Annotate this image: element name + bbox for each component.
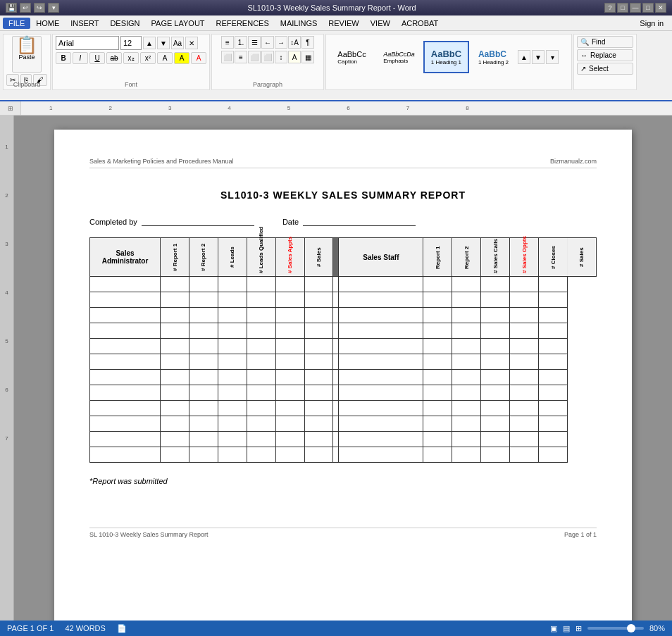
menu-references[interactable]: REFERENCES [211, 18, 275, 29]
increase-indent-button[interactable]: → [275, 36, 287, 49]
align-center-button[interactable]: ≡ [235, 51, 247, 63]
table-row[interactable] [90, 401, 597, 416]
style-heading1[interactable]: AaBbC 1 Heading 1 [423, 41, 469, 73]
zoom-thumb[interactable] [627, 624, 635, 625]
text-color-button[interactable]: A [157, 52, 173, 64]
shading-button[interactable]: A [288, 51, 301, 63]
bullets-button[interactable]: ≡ [221, 36, 234, 49]
table-row[interactable] [90, 277, 597, 292]
paste-button[interactable]: 📋 Paste [12, 36, 42, 73]
styles-scroll-up[interactable]: ▲ [518, 50, 530, 64]
word-count: 42 WORDS [65, 624, 105, 625]
styles-scroll-down[interactable]: ▼ [532, 50, 545, 64]
col-closes: # Closes [539, 238, 568, 277]
view-icon-print[interactable]: ▣ [550, 624, 557, 625]
table-row[interactable] [90, 292, 597, 308]
more-icon[interactable]: ▾ [48, 3, 59, 13]
minimize-icon[interactable]: — [630, 3, 641, 13]
font-name-input[interactable] [56, 36, 119, 50]
quick-save-icon[interactable]: 💾 [6, 3, 17, 13]
style-caption[interactable]: AaBbCc Caption [329, 41, 375, 73]
table-row[interactable] [90, 447, 597, 463]
bold-button[interactable]: B [56, 52, 71, 64]
vertical-ruler: 1234567 [0, 116, 14, 625]
close-icon[interactable]: ✕ [655, 3, 666, 13]
menu-mailings[interactable]: MAILINGS [275, 18, 323, 29]
ribbon: 📋 Paste ✂ ⎘ 🖌 Clipboard ▲ [0, 31, 672, 101]
align-right-button[interactable]: ⬜ [248, 51, 261, 63]
page-footer: SL 1010-3 Weekly Sales Summary Report Pa… [89, 528, 597, 538]
align-left-button[interactable]: ⬜ [221, 51, 234, 63]
replace-button[interactable]: ↔Replace [577, 49, 633, 61]
decrease-font-button[interactable]: ▼ [157, 37, 170, 49]
style-heading2[interactable]: AaBbC 1 Heading 2 [471, 41, 516, 73]
table-row[interactable] [90, 354, 597, 370]
ribbon-collapse-icon[interactable]: □ [617, 3, 628, 13]
word-count-icon[interactable]: 📄 [117, 624, 127, 625]
decrease-indent-button[interactable]: ← [261, 36, 274, 49]
menu-review[interactable]: REVIEW [323, 18, 364, 29]
view-icon-web[interactable]: ⊞ [575, 624, 582, 625]
menu-design[interactable]: DESIGN [104, 18, 145, 29]
completed-by-underline[interactable] [142, 215, 254, 226]
sort-button[interactable]: ↕A [288, 36, 301, 49]
table-row[interactable] [90, 308, 597, 323]
paragraph-label: Paragraph [212, 81, 323, 88]
signin-link[interactable]: Sign in [634, 18, 669, 29]
clear-all-button[interactable]: ✕ [185, 37, 198, 49]
show-formatting-button[interactable]: ¶ [301, 36, 314, 49]
underline-button[interactable]: U [89, 52, 105, 64]
menu-pagelayout[interactable]: PAGE LAYOUT [146, 18, 211, 29]
table-row[interactable] [90, 339, 597, 354]
menu-view[interactable]: VIEW [365, 18, 396, 29]
table-row[interactable] [90, 416, 597, 432]
borders-button[interactable]: ▦ [301, 51, 314, 63]
paragraph-group: ≡ 1. ☰ ← → ↕A ¶ ⬜ ≡ ⬜ ⬜ ↕ A ▦ [211, 34, 324, 90]
document-page[interactable]: Sales & Marketing Policies and Procedure… [54, 130, 632, 625]
table-row[interactable] [90, 323, 597, 339]
menu-home[interactable]: HOME [30, 18, 65, 29]
date-underline[interactable] [303, 215, 416, 226]
strikethrough-button[interactable]: ab [106, 52, 122, 64]
find-button[interactable]: 🔍Find [577, 36, 633, 48]
footnote: *Report was submitted [89, 477, 597, 485]
footer-left: SL 1010-3 Weekly Sales Summary Report [89, 531, 209, 538]
superscript-button[interactable]: x² [140, 52, 156, 64]
undo-icon[interactable]: ↩ [20, 3, 31, 13]
menu-file[interactable]: FILE [3, 18, 30, 29]
styles-expand[interactable]: ▾ [546, 50, 559, 64]
increase-font-button[interactable]: ▲ [143, 37, 156, 49]
style-emphasis[interactable]: AaBbCcDa Emphasis [376, 41, 422, 73]
editing-group: 🔍Find ↔Replace ↗Select Editing [573, 34, 637, 90]
menu-insert[interactable]: INSERT [65, 18, 104, 29]
subscript-button[interactable]: x₂ [123, 52, 139, 64]
table-divider [333, 238, 339, 277]
select-button[interactable]: ↗Select [577, 63, 633, 75]
justify-button[interactable]: ⬜ [261, 51, 274, 63]
font-color-button[interactable]: A [191, 52, 206, 64]
col-sales-appts: # Sales Appts [275, 238, 304, 277]
line-spacing-button[interactable]: ↕ [275, 51, 287, 63]
window-title: SL1010-3 Weekly Sales Summary Report - W… [59, 4, 604, 12]
col-sales-staff: # Sales [567, 238, 596, 277]
multilevel-button[interactable]: ☰ [248, 36, 261, 49]
clear-formatting-button[interactable]: Aa [171, 37, 184, 49]
numbering-button[interactable]: 1. [235, 36, 247, 49]
view-icon-read[interactable]: ▤ [563, 624, 570, 625]
menu-acrobat[interactable]: ACROBAT [396, 18, 444, 29]
redo-icon[interactable]: ↪ [34, 3, 45, 13]
maximize-icon[interactable]: □ [642, 3, 654, 13]
help-icon[interactable]: ? [604, 3, 616, 13]
menu-bar: FILE HOME INSERT DESIGN PAGE LAYOUT REFE… [0, 15, 672, 31]
table-row[interactable] [90, 385, 597, 401]
ruler-corner[interactable]: ⊞ [0, 101, 21, 116]
italic-button[interactable]: I [73, 52, 88, 64]
font-label: Font [53, 81, 209, 88]
table-row[interactable] [90, 432, 597, 447]
form-line: Completed by Date [89, 215, 597, 226]
staff-header: Sales Staff [339, 238, 423, 277]
table-row[interactable] [90, 370, 597, 385]
highlight-button[interactable]: A [174, 52, 189, 64]
doc-area: 1234567 Sales & Marketing Policies and P… [0, 116, 672, 625]
font-size-input[interactable] [120, 36, 142, 50]
